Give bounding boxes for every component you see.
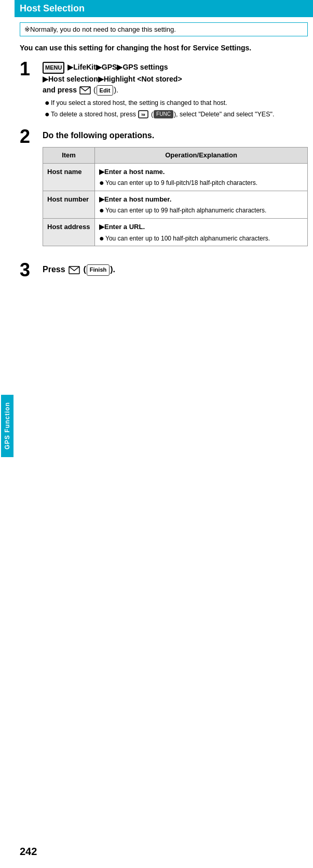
operations-table: Item Operation/Explanation Host name ▶En… — [43, 147, 308, 246]
svg-text:iα: iα — [142, 112, 145, 117]
step-3-content: Press (Finish). — [43, 263, 308, 276]
page-footer: 242 — [20, 846, 37, 858]
step-2: 2 Do the following operations. Item Oper… — [20, 129, 308, 255]
step-1: 1 MENU ▶LifeKit▶GPS▶GPS settings▶Host se… — [20, 62, 308, 121]
notice-box: ※Normally, you do not need to change thi… — [20, 22, 308, 36]
step-1-nav: MENU ▶LifeKit▶GPS▶GPS settings▶Host sele… — [43, 62, 308, 96]
intro-text: You can use this setting for changing th… — [20, 43, 308, 54]
step-1-number: 1 — [20, 60, 43, 78]
row3-operation: ▶Enter a URL. ● You can enter up to 100 … — [95, 219, 308, 246]
step-3-press-label: Press — [43, 265, 65, 274]
row1-bullet-dot: ● — [99, 179, 105, 187]
bullet-dot-2: ● — [45, 110, 51, 118]
row1-operation: ▶Enter a host name. ● You can enter up t… — [95, 163, 308, 191]
row1-item: Host name — [43, 163, 95, 191]
step-1-bullet-2: ● To delete a stored host, press iα (FUN… — [45, 110, 308, 119]
page-number: 242 — [20, 846, 37, 857]
step-1-bullet-1-text: If you select a stored host, the setting… — [51, 99, 227, 108]
step-1-bullet-1: ● If you select a stored host, the setti… — [45, 99, 308, 108]
row3-bullet-text: You can enter up to 100 half-pitch alpha… — [105, 234, 270, 243]
envelope-icon — [79, 86, 91, 95]
notice-text: ※Normally, you do not need to change thi… — [24, 25, 176, 33]
func-badge: FUNC — [154, 110, 173, 118]
row1-bullet-text: You can enter up to 9 full-pitch/18 half… — [105, 179, 257, 188]
finish-badge: Finish — [87, 264, 110, 276]
step-1-bullets: ● If you select a stored host, the setti… — [43, 99, 308, 119]
menu-icon-wrapper: MENU — [43, 63, 67, 71]
table-row: Host number ▶Enter a host number. ● You … — [43, 191, 308, 218]
row2-bullet-dot: ● — [99, 206, 105, 215]
gps-function-tab: GPS Function — [0, 395, 15, 468]
row2-bullet-text: You can enter up to 99 half-pitch alphan… — [105, 206, 266, 215]
col-operation-header: Operation/Explanation — [95, 148, 308, 164]
func-key-icon: iα — [138, 110, 148, 118]
page-header: Host Selection — [15, 0, 313, 17]
table-row: Host name ▶Enter a host name. ● You can … — [43, 163, 308, 191]
step3-envelope-icon — [69, 266, 80, 274]
step-3: 3 Press (Finish). — [20, 263, 308, 279]
main-content: Host Selection ※Normally, you do not nee… — [15, 0, 313, 868]
row2-operation: ▶Enter a host number. ● You can enter up… — [95, 191, 308, 218]
page-title: Host Selection — [20, 3, 85, 14]
table-row: Host address ▶Enter a URL. ● You can ent… — [43, 219, 308, 246]
menu-key-icon: MENU — [43, 62, 64, 74]
row2-op-main: ▶Enter a host number. — [99, 194, 303, 205]
step-3-text: Press (Finish). — [43, 263, 308, 276]
row2-item: Host number — [43, 191, 95, 218]
row2-op-bullet: ● You can enter up to 99 half-pitch alph… — [99, 206, 303, 215]
table-header-row: Item Operation/Explanation — [43, 148, 308, 164]
step-1-bullet-2-text: To delete a stored host, press iα (FUNC)… — [51, 110, 274, 119]
row1-op-bullet: ● You can enter up to 9 full-pitch/18 ha… — [99, 179, 303, 188]
bullet-dot-1: ● — [45, 99, 51, 107]
gps-function-label: GPS Function — [1, 395, 13, 457]
step-2-number: 2 — [20, 127, 43, 146]
side-tab: GPS Function — [0, 0, 15, 868]
col-item-header: Item — [43, 148, 95, 164]
step-1-content: MENU ▶LifeKit▶GPS▶GPS settings▶Host sele… — [43, 62, 308, 121]
row3-bullet-dot: ● — [99, 234, 105, 243]
row1-op-main: ▶Enter a host name. — [99, 167, 303, 177]
edit-badge: Edit — [97, 85, 114, 96]
step-2-label: Do the following operations. — [43, 129, 308, 142]
row3-op-bullet: ● You can enter up to 100 half-pitch alp… — [99, 234, 303, 243]
step-3-number: 3 — [20, 261, 43, 279]
step-2-content: Do the following operations. Item Operat… — [43, 129, 308, 255]
row3-op-main: ▶Enter a URL. — [99, 222, 303, 232]
row3-item: Host address — [43, 219, 95, 246]
